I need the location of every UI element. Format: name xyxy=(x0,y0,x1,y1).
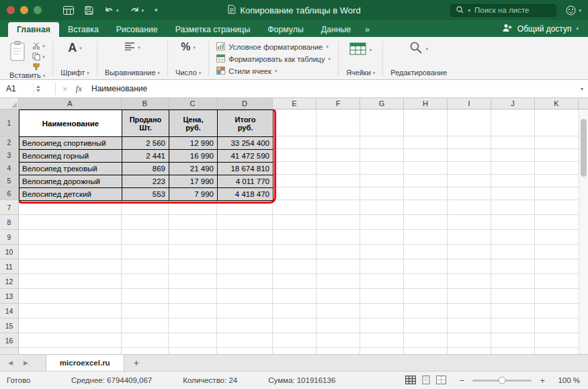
font-group[interactable]: A▾ Шрифт▾ xyxy=(55,40,95,77)
share-button[interactable]: Общий доступ ▾ xyxy=(502,24,580,34)
save-icon[interactable] xyxy=(85,6,93,15)
toolbar-more-icon[interactable]: ▾ xyxy=(155,7,158,13)
tab-draw[interactable]: Рисование xyxy=(108,22,167,37)
row-header-6[interactable]: 6 xyxy=(0,187,18,200)
row-header-5[interactable]: 5 xyxy=(0,175,18,187)
name-box-input[interactable] xyxy=(6,84,33,93)
maximize-button[interactable] xyxy=(34,6,42,14)
cell-A2[interactable]: Велосипед спортивный xyxy=(19,137,122,150)
paste-label[interactable]: Вставить▾ xyxy=(9,71,45,79)
format-as-table-button[interactable]: Форматировать как таблицу▾ xyxy=(216,54,331,64)
undo-icon[interactable]: ▾ xyxy=(104,6,119,14)
row-header-4[interactable]: 4 xyxy=(0,162,18,175)
prev-sheet-icon[interactable]: ◀ xyxy=(8,359,13,366)
column-header-C[interactable]: C xyxy=(169,98,217,109)
column-header-I[interactable]: I xyxy=(448,98,491,109)
row-header-11[interactable]: 11 xyxy=(0,259,18,274)
scrollbar-thumb[interactable] xyxy=(581,119,587,177)
cell-B4[interactable]: 869 xyxy=(122,163,169,175)
column-header-J[interactable]: J xyxy=(491,98,535,109)
cell-A3[interactable]: Велосипед горный xyxy=(19,150,122,163)
row-header-13[interactable]: 13 xyxy=(0,289,18,304)
sheet-search[interactable]: ▾ xyxy=(450,4,556,17)
tab-formulas[interactable]: Формулы xyxy=(259,22,312,37)
cell-B6[interactable]: 553 xyxy=(122,188,169,201)
cell-C1[interactable]: Цена, руб. xyxy=(169,110,218,137)
cell-C2[interactable]: 12 990 xyxy=(169,137,218,150)
number-group[interactable]: %▾ Число▾ xyxy=(170,40,206,77)
tab-page-layout[interactable]: Разметка страницы xyxy=(167,22,259,37)
sheet-tab-microexcel[interactable]: microexcel.ru xyxy=(46,355,124,371)
row-header-14[interactable]: 14 xyxy=(0,304,18,318)
formula-value[interactable]: Наименование xyxy=(91,84,147,93)
minimize-button[interactable] xyxy=(20,6,28,14)
row-header-2[interactable]: 2 xyxy=(0,136,18,149)
alignment-group[interactable]: ▾ Выравнивание▾ xyxy=(99,40,165,77)
zoom-in-button[interactable]: + xyxy=(538,376,546,386)
row-header-9[interactable]: 9 xyxy=(0,230,18,245)
search-scope-icon[interactable]: ▾ xyxy=(468,8,470,13)
name-box-stepper[interactable] xyxy=(33,83,42,95)
cell-D6[interactable]: 4 418 470 xyxy=(218,188,274,201)
paste-button[interactable] xyxy=(9,41,26,64)
spreadsheet-grid[interactable]: Наименование Продано Шт. Цена, руб. Итог… xyxy=(19,110,579,354)
share-chevron-icon[interactable]: ▾ xyxy=(576,26,579,31)
row-header-15[interactable]: 15 xyxy=(0,318,18,333)
cell-B5[interactable]: 223 xyxy=(122,175,169,188)
add-sheet-button[interactable]: + xyxy=(124,355,149,371)
page-break-view-icon[interactable] xyxy=(436,376,446,386)
fx-icon[interactable]: fx xyxy=(76,83,82,94)
zoom-slider[interactable] xyxy=(472,380,532,382)
cell-B3[interactable]: 2 441 xyxy=(122,150,169,163)
select-all-corner[interactable] xyxy=(0,98,19,109)
cancel-icon[interactable]: × xyxy=(62,84,68,94)
cell-C3[interactable]: 16 990 xyxy=(169,150,218,163)
format-painter-button[interactable] xyxy=(32,63,40,71)
cell-A1[interactable]: Наименование xyxy=(19,110,122,137)
column-header-G[interactable]: G xyxy=(360,98,404,109)
column-header-F[interactable]: F xyxy=(317,98,360,109)
row-header-7[interactable]: 7 xyxy=(0,200,18,215)
zoom-out-button[interactable]: − xyxy=(458,376,466,386)
cell-C4[interactable]: 21 490 xyxy=(169,163,218,175)
search-input[interactable] xyxy=(474,6,548,14)
cell-B2[interactable]: 2 560 xyxy=(122,137,169,150)
tab-insert[interactable]: Вставка xyxy=(59,22,108,37)
cell-A6[interactable]: Велосипед детский xyxy=(19,188,122,201)
cell-styles-button[interactable]: Стили ячеек▾ xyxy=(216,67,277,76)
redo-icon[interactable]: ▾ xyxy=(130,6,144,14)
column-header-A[interactable]: A xyxy=(19,98,122,109)
conditional-formatting-button[interactable]: Условное форматирование▾ xyxy=(216,42,328,52)
next-sheet-icon[interactable]: ▶ xyxy=(24,359,28,366)
cut-button[interactable]: ▾ xyxy=(32,42,45,50)
feedback-smiley-icon[interactable]: ▾ xyxy=(566,5,581,15)
cell-D2[interactable]: 33 254 400 xyxy=(218,137,274,150)
column-header-E[interactable]: E xyxy=(273,98,317,109)
normal-view-icon[interactable] xyxy=(405,376,416,386)
name-box[interactable] xyxy=(0,80,48,97)
cell-A4[interactable]: Велосипед трековый xyxy=(19,163,122,175)
cell-D5[interactable]: 4 011 770 xyxy=(218,175,274,188)
cell-C5[interactable]: 17 990 xyxy=(169,175,218,188)
tab-home[interactable]: Главная xyxy=(8,22,59,37)
column-header-D[interactable]: D xyxy=(217,98,273,109)
close-button[interactable] xyxy=(7,6,15,14)
editing-group[interactable]: ▾ Редактирование xyxy=(385,40,452,77)
cell-B1[interactable]: Продано Шт. xyxy=(122,110,169,137)
formula-bar-expand-icon[interactable]: ▾ xyxy=(581,86,583,92)
row-header-10[interactable]: 10 xyxy=(0,245,18,259)
vertical-scrollbar[interactable] xyxy=(579,110,588,354)
cell-D3[interactable]: 41 472 590 xyxy=(218,150,274,163)
row-header-16[interactable]: 16 xyxy=(0,333,18,348)
cell-D4[interactable]: 18 674 810 xyxy=(218,163,274,175)
tab-data[interactable]: Данные xyxy=(312,22,360,37)
cell-C6[interactable]: 7 990 xyxy=(169,188,218,201)
cells-group[interactable]: ▾ Ячейки▾ xyxy=(341,40,380,77)
cell-D1[interactable]: Итого руб. xyxy=(218,110,274,137)
more-tabs-chevron[interactable]: » xyxy=(360,22,375,37)
row-header-8[interactable]: 8 xyxy=(0,215,18,230)
row-header-1[interactable]: 1 xyxy=(0,110,18,136)
cell-A5[interactable]: Велосипед дорожный xyxy=(19,175,122,188)
copy-button[interactable]: ▾ xyxy=(32,52,45,60)
page-layout-view-icon[interactable] xyxy=(421,376,431,386)
